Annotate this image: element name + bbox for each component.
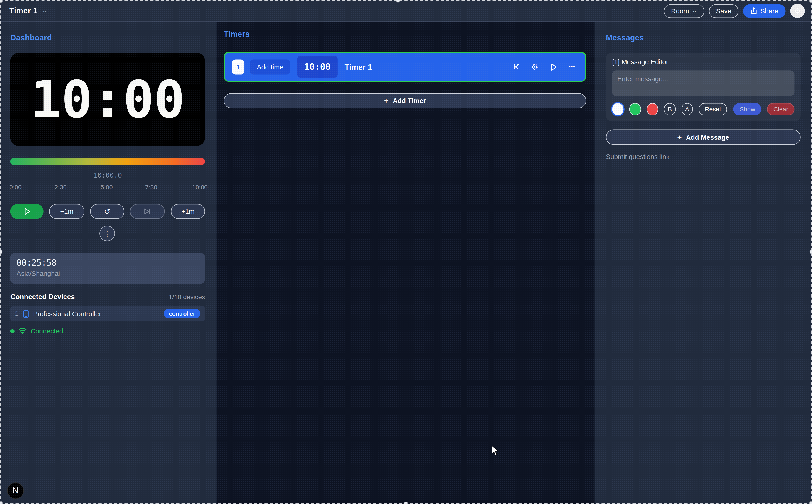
- timer-progress-bar[interactable]: [10, 158, 205, 165]
- more-options-button[interactable]: ⋮: [99, 226, 115, 241]
- top-bar-actions: Room ⌄ Save Share ⚙: [664, 4, 805, 18]
- nextjs-logo-letter: N: [12, 486, 18, 495]
- timer-row-actions: K ⚙ •••: [514, 62, 575, 72]
- message-input[interactable]: [612, 70, 794, 96]
- tick-label: 5:00: [100, 184, 113, 191]
- share-button[interactable]: Share: [743, 4, 785, 18]
- chevron-down-icon: ⌄: [692, 7, 697, 14]
- nextjs-logo[interactable]: N: [7, 482, 24, 499]
- devices-title: Connected Devices: [10, 293, 75, 301]
- dashboard-panel: Dashboard 10:00 10:00.0 0:00 2:30 5:00 7…: [0, 22, 216, 504]
- save-button[interactable]: Save: [709, 4, 739, 18]
- timer-row[interactable]: 1 Add time 10:00 Timer 1 K ⚙ •••: [224, 52, 586, 82]
- device-name: Professional Controller: [33, 310, 159, 318]
- main-timer-digits: 10:00: [31, 74, 185, 125]
- hotkey-k-button[interactable]: K: [514, 63, 519, 71]
- timer-index-badge: 1: [232, 59, 244, 74]
- local-time: 00:25:58: [17, 258, 199, 267]
- add-minute-button[interactable]: +1m: [171, 204, 205, 219]
- connection-label: Connected: [31, 327, 63, 335]
- plus-icon: +: [677, 133, 682, 142]
- show-message-button[interactable]: Show: [734, 103, 761, 115]
- color-red-button[interactable]: [647, 103, 658, 115]
- plus-icon: +: [384, 96, 388, 105]
- resize-handle[interactable]: [809, 501, 812, 504]
- remaining-time-readout: 10:00.0: [10, 171, 205, 179]
- devices-header: Connected Devices 1/10 devices: [10, 293, 205, 301]
- app-window: Timer 1 ⌄ Room ⌄ Save Share ⚙: [0, 0, 812, 504]
- add-time-button[interactable]: Add time: [250, 59, 290, 74]
- play-icon: [24, 208, 30, 215]
- messages-heading: Messages: [606, 33, 644, 42]
- mouse-cursor: [492, 445, 499, 456]
- device-row[interactable]: 1 Professional Controller controller: [10, 306, 205, 321]
- room-menu-label: Room: [671, 7, 689, 15]
- timers-heading: Timers: [224, 29, 250, 38]
- timer-duration[interactable]: 10:00: [297, 56, 337, 78]
- auto-size-button[interactable]: A: [681, 103, 693, 115]
- device-role-badge: controller: [164, 309, 200, 318]
- top-bar: Timer 1 ⌄ Room ⌄ Save Share ⚙: [0, 0, 812, 22]
- reset-timer-button[interactable]: ↺: [90, 204, 124, 219]
- reset-message-button[interactable]: Reset: [699, 103, 727, 115]
- timer-more-icon[interactable]: •••: [569, 64, 575, 69]
- tick-label: 0:00: [10, 184, 22, 191]
- add-timer-label: Add Timer: [392, 97, 426, 105]
- message-editor-card: [1] Message Editor B A Reset Show Clear: [606, 53, 801, 121]
- room-menu-button[interactable]: Room ⌄: [664, 4, 704, 18]
- clear-message-button[interactable]: Clear: [767, 103, 794, 115]
- settings-button[interactable]: ⚙: [790, 4, 805, 18]
- submit-questions-link[interactable]: Submit questions link: [606, 153, 670, 160]
- status-dot: [10, 329, 15, 333]
- local-clock-card: 00:25:58 Asia/Shanghai: [10, 253, 205, 284]
- timer-settings-icon[interactable]: ⚙: [531, 62, 538, 72]
- timeline-scale: 0:00 2:30 5:00 7:30 10:00: [10, 184, 205, 192]
- reset-icon: ↺: [104, 207, 110, 216]
- add-message-button[interactable]: + Add Message: [606, 129, 801, 145]
- message-editor-title: [1] Message Editor: [612, 58, 794, 66]
- add-message-label: Add Message: [686, 133, 729, 141]
- message-format-row: B A Reset Show Clear: [612, 103, 794, 115]
- connection-status: Connected: [10, 327, 63, 335]
- smartphone-icon: [23, 309, 29, 318]
- timer-play-icon[interactable]: [550, 63, 557, 71]
- tick-label: 7:30: [145, 184, 157, 191]
- skip-to-end-button[interactable]: [130, 204, 165, 219]
- timer-name[interactable]: Timer 1: [345, 62, 508, 71]
- save-label: Save: [716, 7, 731, 15]
- room-title[interactable]: Timer 1: [9, 6, 37, 15]
- messages-panel: Messages [1] Message Editor B A Reset Sh…: [595, 22, 812, 504]
- gear-icon: ⚙: [794, 7, 801, 15]
- color-green-button[interactable]: [629, 103, 641, 115]
- wifi-icon: [18, 328, 27, 334]
- color-white-button[interactable]: [612, 103, 624, 115]
- kebab-icon: ⋮: [104, 230, 111, 237]
- timers-panel: Timers 1 Add time 10:00 Timer 1 K ⚙ ••• …: [216, 22, 595, 504]
- bold-button[interactable]: B: [664, 103, 676, 115]
- dashboard-heading: Dashboard: [10, 33, 52, 42]
- subtract-minute-button[interactable]: −1m: [49, 204, 84, 219]
- tick-label: 10:00: [192, 184, 208, 191]
- timezone-label: Asia/Shanghai: [17, 270, 199, 277]
- play-button[interactable]: [10, 204, 44, 219]
- devices-count: 1/10 devices: [169, 294, 205, 301]
- share-icon: [751, 7, 757, 15]
- device-index: 1: [15, 310, 19, 317]
- main-timer-display: 10:00: [10, 53, 205, 146]
- tick-label: 2:30: [54, 184, 66, 191]
- share-label: Share: [760, 7, 778, 15]
- add-timer-button[interactable]: + Add Timer: [224, 93, 586, 108]
- chevron-down-icon[interactable]: ⌄: [42, 6, 47, 14]
- skip-icon: [143, 208, 151, 215]
